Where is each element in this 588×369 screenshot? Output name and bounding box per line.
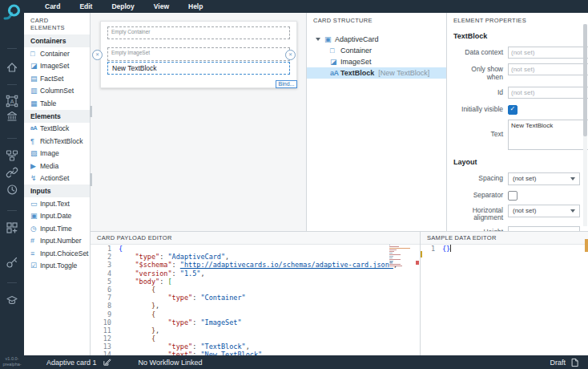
palette-item-textblock[interactable]: aATextBlock: [24, 123, 90, 136]
text-cursor: [450, 245, 451, 252]
card-name-label: Adaptive card 1: [46, 359, 97, 367]
palette-item-factset[interactable]: ▤FactSet: [24, 72, 90, 85]
editor-line[interactable]: 5 "body": [: [91, 278, 420, 286]
separator-checkbox[interactable]: [508, 191, 518, 201]
bind-button[interactable]: Bind...: [276, 80, 297, 88]
tree-row-imageset[interactable]: ◪ImageSet: [307, 56, 446, 67]
learn-icon[interactable]: [6, 294, 18, 306]
card-payload-editor[interactable]: CARD PAYLOAD EDITOR 1{2 "type": "Adaptiv…: [91, 231, 421, 355]
apps-icon[interactable]: [6, 221, 18, 234]
editor-line[interactable]: 9 {: [91, 310, 420, 318]
link-icon[interactable]: [6, 166, 18, 179]
code-text: "body": [: [119, 278, 172, 286]
only-show-when-label: Only show when: [453, 63, 508, 82]
editor-line[interactable]: 12 {: [91, 335, 420, 343]
right-drag-handle-icon[interactable]: ✕: [285, 50, 296, 60]
menu-deploy[interactable]: Deploy: [111, 2, 134, 10]
editor-line[interactable]: 2 "type": "AdaptiveCard",: [91, 253, 420, 261]
selected-textblock-element[interactable]: New TextBlock: [107, 62, 290, 75]
data-context-input[interactable]: [508, 47, 588, 59]
menu-view[interactable]: View: [154, 2, 169, 10]
draft-document-icon: [570, 358, 578, 367]
adaptivecard-icon: ▣: [324, 36, 335, 43]
palette-item-richtextblock[interactable]: ¶RichTextBlock: [24, 135, 90, 148]
horizontal-alignment-select[interactable]: (not set): [508, 205, 580, 217]
palette-item-label: ColumnSet: [40, 87, 74, 95]
code-text: "$schema": "http://adaptivecards.io/sche…: [119, 261, 397, 269]
tree-label: Container: [340, 47, 372, 55]
editor-line[interactable]: 3 "$schema": "http://adaptivecards.io/sc…: [91, 261, 420, 269]
empty-container-element[interactable]: Empty Container: [107, 26, 290, 39]
minimap[interactable]: [389, 245, 412, 349]
element-properties-panel: ELEMENT PROPERTIES TextBlock Data contex…: [447, 13, 588, 231]
id-input[interactable]: [508, 87, 588, 99]
line-number: 4: [91, 270, 119, 278]
left-drag-handle-icon[interactable]: ✕: [92, 50, 103, 60]
code-text: },: [119, 326, 159, 335]
palette-item-input.date[interactable]: ▣Input.Date: [24, 210, 90, 223]
palette-item-columnset[interactable]: ▥ColumnSet: [24, 85, 90, 98]
sample-data-editor[interactable]: SAMPLE DATA EDITOR 1{}: [421, 231, 588, 355]
editor-line[interactable]: 4 "version": "1.5",: [91, 270, 420, 278]
tree-row-adaptivecard[interactable]: ▣AdaptiveCard: [307, 34, 446, 45]
text-input[interactable]: New TextBlock: [508, 120, 588, 150]
code-text: {: [119, 245, 123, 253]
splitter-grip[interactable]: [90, 173, 92, 186]
initially-visible-checkbox[interactable]: [508, 105, 518, 115]
card-designer-icon[interactable]: A: [6, 95, 18, 107]
design-canvas[interactable]: Empty Container Empty ImageSet New TextB…: [91, 13, 307, 231]
id-label: Id: [453, 87, 508, 97]
textblock-icon: aA: [30, 124, 40, 132]
menu-help[interactable]: Help: [188, 2, 203, 10]
splitter-grip[interactable]: [90, 106, 92, 117]
palette-item-media[interactable]: ▶Media: [24, 160, 90, 172]
palette-item-label: ActionSet: [40, 174, 69, 182]
spacing-select[interactable]: (not set): [508, 172, 580, 185]
palette-item-input.choiceset[interactable]: ≡Input.ChoiceSet: [24, 247, 90, 260]
palette-item-input.number[interactable]: #Input.Number: [24, 235, 90, 248]
code-text: "type": "ImageSet": [119, 318, 242, 326]
editor-line[interactable]: 6 {: [91, 286, 420, 294]
only-show-when-input[interactable]: [508, 63, 588, 75]
properties-scrollbar[interactable]: [583, 24, 587, 226]
palette-item-imageset[interactable]: ◪ImageSet: [24, 60, 90, 73]
rail-divider: [7, 84, 17, 85]
palette-item-input.toggle[interactable]: ☑Input.Toggle: [24, 260, 90, 273]
palette-item-table[interactable]: ▦Table: [24, 97, 90, 110]
tree-row-textblock[interactable]: aATextBlock[New TextBlock]: [307, 67, 446, 79]
code-text: },: [119, 302, 159, 310]
input.time-icon: ◷: [30, 225, 40, 233]
palette-item-image[interactable]: ▧Image: [24, 148, 90, 160]
key-icon[interactable]: [6, 256, 18, 269]
payload-editor-lines[interactable]: 1{2 "type": "AdaptiveCard",3 "$schema": …: [91, 245, 420, 359]
code-text: "type": "AdaptiveCard",: [119, 253, 229, 261]
editor-line[interactable]: 7 "type": "Container": [91, 294, 420, 302]
palette-item-input.text[interactable]: ▭Input.Text: [24, 197, 90, 210]
menu-card[interactable]: Card: [45, 2, 60, 10]
chevron-down-icon[interactable]: [316, 38, 320, 41]
tree-row-container[interactable]: □Container: [307, 45, 446, 56]
editor-line[interactable]: 1{}: [421, 245, 588, 253]
line-number: 11: [91, 326, 119, 335]
editor-line[interactable]: 10 "type": "ImageSet": [91, 318, 420, 326]
data-context-label: Data context: [453, 47, 508, 57]
editor-line[interactable]: 11 },: [91, 326, 420, 335]
home-icon[interactable]: [6, 61, 18, 74]
editor-line[interactable]: 1{: [91, 245, 420, 253]
menubar-items: CardEditDeployViewHelp: [45, 2, 203, 10]
palette-item-actionset[interactable]: ↯ActionSet: [24, 172, 90, 185]
editor-line[interactable]: 13 "type": "TextBlock",: [91, 343, 420, 351]
input.choiceset-icon: ≡: [30, 249, 40, 257]
card-preview[interactable]: Empty Container Empty ImageSet New TextB…: [100, 21, 297, 88]
sample-editor-lines[interactable]: 1{}: [421, 245, 588, 253]
image-icon: ▧: [30, 149, 40, 157]
workflows-icon[interactable]: [6, 149, 18, 162]
institution-icon[interactable]: [6, 110, 18, 123]
palette-item-input.time[interactable]: ◷Input.Time: [24, 222, 90, 235]
menu-edit[interactable]: Edit: [79, 2, 92, 10]
empty-imageset-element[interactable]: Empty ImageSet: [107, 47, 290, 61]
palette-item-container[interactable]: □Container: [24, 47, 90, 60]
editor-line[interactable]: 8 },: [91, 302, 420, 310]
history-icon[interactable]: [6, 183, 18, 196]
edit-card-name-icon[interactable]: [103, 358, 111, 367]
